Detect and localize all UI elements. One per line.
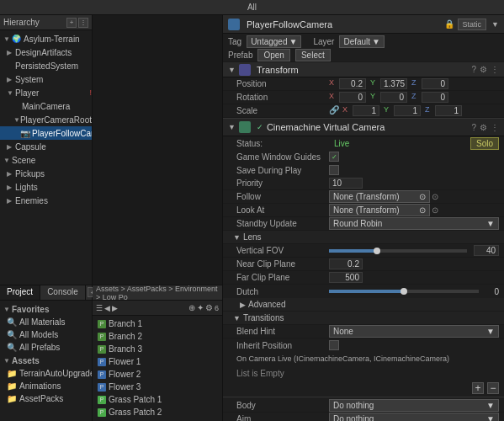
position-z[interactable]: 0 [422,78,448,89]
position-x[interactable]: 0.2 [339,78,366,89]
body-dropdown[interactable]: Do nothing ▼ [329,399,499,412]
hierarchy-item-capsule[interactable]: ▶ Capsule [0,140,92,153]
dutch-slider[interactable] [329,290,479,293]
look-at-dropdown[interactable]: None (Transform) ⊙ [329,204,430,216]
rotation-y[interactable]: 0 [380,92,407,103]
asset-icon-branch2: P [98,333,106,341]
lens-section-header[interactable]: ▼ Lens [223,231,504,244]
favorites-header: ▼ Favorites [0,302,92,316]
prefab-open-btn[interactable]: Open [257,49,289,61]
scale-fields: 🔗 X 1 Y 1 Z 1 [329,105,499,116]
asset-flower1[interactable]: P Flower 1 [93,355,222,368]
transform-menu-icon[interactable]: ⋮ [491,65,499,74]
asset-branch3[interactable]: P Branch 3 [93,343,222,355]
hierarchy-item-system[interactable]: ▶ System [0,72,92,86]
assets-filter-icon[interactable]: ✦ [197,303,204,312]
add-remove-row: + − [223,381,504,395]
tab-project[interactable]: Project [0,285,40,300]
cinemachine-header[interactable]: ▼ ✓ Cinemachine Virtual Camera ? ⚙ ⋮ [223,118,504,136]
asset-flower3[interactable]: P Flower 3 [93,381,222,393]
cm-question-icon[interactable]: ? [471,123,476,132]
aim-dropdown[interactable]: Do nothing ▼ [329,413,499,421]
game-window-guides-checkbox[interactable]: ✓ [329,152,339,162]
near-clip-value[interactable]: 0.2 [329,258,363,269]
assets-add-icon[interactable]: ⊕ [188,303,195,312]
assets-gear-icon[interactable]: ⚙ [205,303,213,312]
hierarchy-menu-btn[interactable]: ⋮ [78,18,88,28]
solo-button[interactable]: Solo [470,137,499,150]
hierarchy-item-enemies[interactable]: ▶ Enemies [0,194,92,207]
near-clip-row: Near Clip Plane 0.2 [223,258,504,271]
favorites-all-models[interactable]: 🔍 All Models [0,328,92,341]
assets-forward-icon[interactable]: ▶ [112,304,118,312]
hierarchy-item-pickups[interactable]: ▶ Pickups [0,167,92,180]
top-bar-label: All [247,3,257,12]
save-during-play-checkbox[interactable] [329,165,339,175]
cm-checkbox[interactable]: ✓ [257,123,263,131]
asset-flower2[interactable]: P Flower 2 [93,368,222,381]
assets-asset-packs[interactable]: 📁 AssetPacks [0,392,92,405]
far-clip-value[interactable]: 500 [329,272,363,283]
standby-update-dropdown[interactable]: Round Robin ▼ [329,217,499,230]
hierarchy-item-player[interactable]: ▼ Player ! [0,86,92,99]
hierarchy-item-lights[interactable]: ▶ Lights [0,180,92,194]
favorites-all-prefabs[interactable]: 🔍 All Prefabs [0,341,92,354]
inherit-position-checkbox[interactable] [329,340,339,350]
assets-animations[interactable]: 📁 Animations [0,380,92,392]
inspector-lock-icon[interactable]: 🔒 [444,19,454,29]
hierarchy-item-scene[interactable]: ▼ Scene [0,153,92,167]
advanced-section[interactable]: ▶ Advanced [223,298,504,312]
rotation-x[interactable]: 0 [339,92,366,103]
follow-dropdown[interactable]: None (Transform) ⊙ [329,190,430,203]
tag-dropdown[interactable]: Untagged ▼ [247,35,301,48]
tag-label: Tag [228,37,241,46]
blend-hint-dropdown[interactable]: None ▼ [329,325,499,338]
scale-z[interactable]: 1 [435,105,462,116]
static-dropdown-arrow[interactable]: ▼ [491,20,499,29]
hierarchy-header: Hierarchy + ⋮ [0,15,92,30]
vertical-fov-slider[interactable] [329,249,467,253]
scale-y[interactable]: 1 [394,105,421,116]
transform-question-icon[interactable]: ? [471,65,476,74]
hierarchy-item-asylum-terrain[interactable]: ▼ 🌍 Asylum-Terrain [0,32,92,45]
position-y[interactable]: 1.375 [380,78,407,89]
tab-console[interactable]: Console [40,285,86,300]
aim-label: Aim [236,414,329,421]
add-item-btn[interactable]: + [472,382,484,394]
assets-back-icon[interactable]: ◀ [104,304,110,312]
scale-x[interactable]: 1 [353,105,379,116]
asset-grass-patch2[interactable]: P Grass Patch 2 [93,406,222,418]
prefab-select-btn[interactable]: Select [295,49,331,61]
blend-hint-label: Blend Hint [236,327,329,336]
hierarchy-add-btn[interactable]: + [66,18,77,28]
assets-terrain-upgrade[interactable]: 📁 TerrainAutoUpgrade [0,367,92,380]
cm-menu-icon[interactable]: ⋮ [491,123,499,132]
hierarchy-item-player-camera-root[interactable]: ▼ PlayerCameraRoot [0,113,92,126]
cm-icons: ? ⚙ ⋮ [471,123,499,132]
dutch-row: Dutch 0 [223,285,504,298]
transform-gear-icon[interactable]: ⚙ [480,65,487,74]
assets-view-toggle[interactable]: 6 [215,304,219,312]
favorites-all-materials[interactable]: 🔍 All Materials [0,316,92,328]
cm-component-icon [239,121,251,133]
rotation-z[interactable]: 0 [422,92,448,103]
follow-target-icon[interactable]: ⊙ [432,192,438,201]
static-badge: Static [458,19,487,30]
transform-component-header[interactable]: ▼ Transform ? ⚙ ⋮ [223,62,504,77]
lens-arrow: ▼ [233,233,241,242]
look-at-target-icon[interactable]: ⊙ [432,205,438,215]
remove-item-btn[interactable]: − [487,382,499,394]
vertical-fov-value[interactable]: 40 [474,245,499,256]
cm-gear-icon[interactable]: ⚙ [480,123,487,132]
asset-branch2[interactable]: P Branch 2 [93,330,222,343]
layer-dropdown[interactable]: Default ▼ [339,35,385,48]
transitions-section[interactable]: ▼ Transitions [223,312,504,325]
hierarchy-item-main-camera[interactable]: MainCamera [0,99,92,113]
asset-branch1[interactable]: P Branch 1 [93,317,222,330]
asset-grass-patch1[interactable]: P Grass Patch 1 [93,393,222,406]
assets-menu-icon[interactable]: ☰ [96,304,103,312]
hierarchy-item-persisted-system[interactable]: PersistedSystem [0,59,92,72]
hierarchy-item-player-follow-camera[interactable]: 📷 PlayerFollowCamera → [0,126,92,140]
hierarchy-item-design-artifacts[interactable]: ▶ DesignArtifacts [0,45,92,59]
priority-value[interactable]: 10 [329,178,363,189]
